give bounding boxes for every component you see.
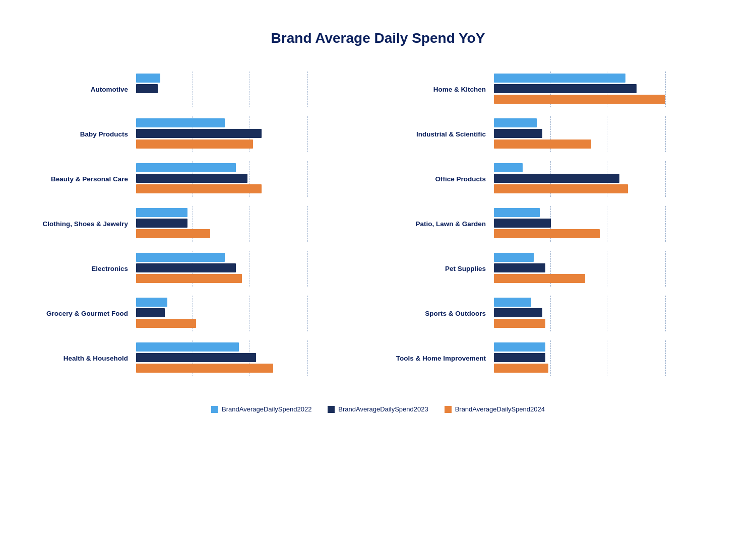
bar-row (136, 118, 368, 127)
category-label: Office Products (388, 175, 494, 183)
bar (136, 74, 160, 83)
bar (136, 174, 247, 183)
legend-item-2022: BrandAverageDailySpend2022 (211, 405, 311, 413)
bar-row (136, 208, 368, 217)
legend-item-2024: BrandAverageDailySpend2024 (445, 405, 545, 413)
bar-row (136, 364, 368, 373)
bar-row (136, 342, 368, 352)
category-group: Grocery & Gourmet Food (30, 296, 368, 331)
bar-row (494, 298, 726, 307)
legend-label-2023: BrandAverageDailySpend2023 (338, 405, 428, 413)
bar-row (136, 308, 368, 317)
category-label: Automotive (30, 86, 136, 93)
bar-row (136, 163, 368, 172)
bar-row (136, 174, 368, 183)
bar (494, 353, 545, 362)
bar (494, 229, 600, 238)
bar (136, 184, 262, 193)
legend-color-2022 (211, 406, 218, 413)
bar (494, 208, 540, 217)
bar-row (494, 219, 726, 228)
bar-row (136, 298, 368, 307)
legend-item-2023: BrandAverageDailySpend2023 (328, 405, 428, 413)
bar (494, 263, 545, 272)
bar (494, 342, 545, 352)
bar (494, 274, 585, 283)
bar (136, 253, 225, 262)
bar (136, 84, 158, 93)
bar (494, 95, 665, 104)
bar (136, 118, 225, 127)
bar (494, 74, 625, 83)
category-label: Home & Kitchen (388, 86, 494, 93)
bar (136, 298, 167, 307)
bar (136, 219, 187, 228)
category-label: Sports & Outdoors (388, 310, 494, 317)
category-label: Baby Products (30, 130, 136, 138)
bar-row (136, 74, 368, 83)
bar (494, 118, 537, 127)
bar-row (494, 95, 726, 104)
chart-title: Brand Average Daily Spend YoY (271, 30, 485, 46)
bar (494, 319, 545, 328)
category-group: Beauty & Personal Care (30, 161, 368, 197)
bar-row (494, 274, 726, 283)
bar-row (136, 139, 368, 149)
bar (494, 174, 619, 183)
bar-row (136, 263, 368, 272)
bar-row (494, 84, 726, 93)
category-group: Office Products (388, 161, 726, 197)
category-label: Health & Household (30, 355, 136, 362)
category-group: Patio, Lawn & Garden (388, 206, 726, 242)
bar-row (136, 274, 368, 283)
bar-row (494, 174, 726, 183)
bar-row (494, 118, 726, 127)
category-group: Electronics (30, 251, 368, 287)
bar-row (494, 74, 726, 83)
bar (494, 308, 542, 317)
bar (494, 298, 531, 307)
category-label: Clothing, Shoes & Jewelry (30, 220, 136, 228)
category-label: Beauty & Personal Care (30, 175, 136, 183)
category-label: Electronics (30, 265, 136, 272)
bar (494, 364, 548, 373)
category-group: Automotive (30, 72, 368, 107)
legend: BrandAverageDailySpend2022 BrandAverageD… (211, 405, 545, 413)
bar (494, 84, 637, 93)
bar (136, 263, 236, 272)
bar-row (136, 229, 368, 238)
bar-row (136, 84, 368, 93)
category-label: Tools & Home Improvement (388, 355, 494, 362)
bar (136, 308, 165, 317)
chart-container: AutomotiveBaby ProductsBeauty & Personal… (30, 72, 726, 385)
bar-row (136, 95, 368, 104)
bar (494, 139, 591, 149)
category-group: Baby Products (30, 116, 368, 152)
bar (494, 219, 551, 228)
bar (136, 342, 239, 352)
right-panel: Home & KitchenIndustrial & ScientificOff… (388, 72, 726, 385)
bar-row (494, 253, 726, 262)
bar-row (494, 353, 726, 362)
bar-row (494, 129, 726, 138)
category-label: Pet Supplies (388, 265, 494, 272)
bar (136, 208, 187, 217)
bar-row (494, 364, 726, 373)
legend-color-2024 (445, 406, 452, 413)
category-group: Tools & Home Improvement (388, 340, 726, 376)
bar-row (494, 319, 726, 328)
category-group: Home & Kitchen (388, 72, 726, 107)
category-group: Clothing, Shoes & Jewelry (30, 206, 368, 242)
category-group: Health & Household (30, 340, 368, 376)
bar-row (494, 308, 726, 317)
bar (136, 364, 273, 373)
category-label: Industrial & Scientific (388, 130, 494, 138)
bar-row (136, 353, 368, 362)
bar (136, 129, 262, 138)
bar (136, 139, 253, 149)
bar-row (494, 163, 726, 172)
bar-row (136, 219, 368, 228)
bar (494, 184, 628, 193)
legend-color-2023 (328, 406, 335, 413)
bar-row (494, 184, 726, 193)
